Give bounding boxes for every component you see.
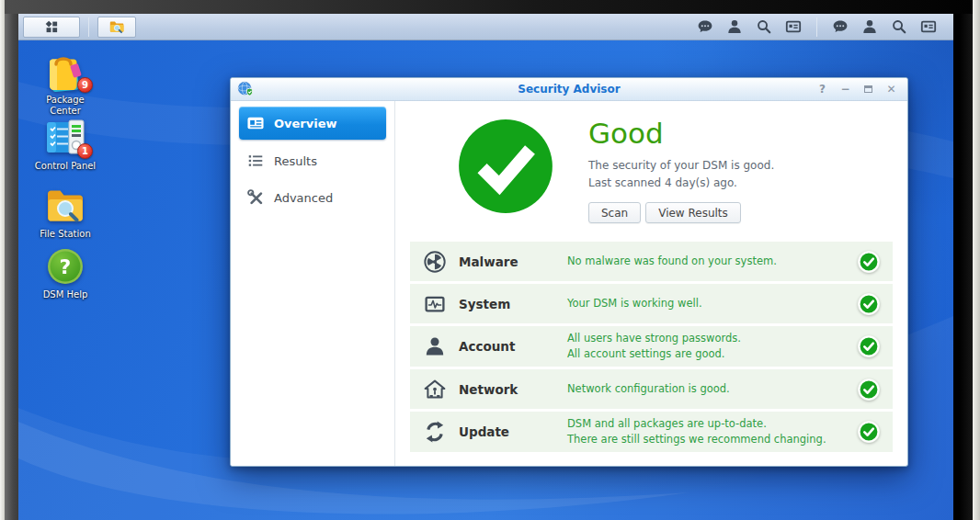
sidebar-item-results[interactable]: Results [239,145,386,176]
monitor-bezel-right [953,0,973,520]
pilot-view-icon[interactable] [920,18,937,35]
window-title: Security Advisor [231,83,907,96]
main-menu-button[interactable] [23,17,80,38]
desktop-icon-file-station[interactable]: File Station [29,186,101,240]
category-row-update: Update DSM and all packages are up-to-da… [410,412,893,452]
desktop-icon-dsm-help[interactable]: ? DSM Help [29,246,101,300]
results-icon [246,152,265,170]
screen: 9 Package Center [18,14,953,520]
monitor-edge-right [973,0,980,520]
search-icon[interactable] [891,18,907,35]
monitor-edge-left [0,0,5,520]
status-ok-icon [858,379,880,401]
notification-badge: 1 [77,143,93,159]
sidebar-item-label: Advanced [274,191,333,205]
account-icon [423,334,447,358]
big-check-icon [457,118,554,215]
category-label: Account [459,339,567,354]
status-ok-icon [858,421,880,443]
minimize-button[interactable]: − [838,83,852,96]
system-icon [423,292,447,316]
malware-icon [423,250,447,274]
category-status: DSM and all packages are up-to-date. The… [567,416,858,447]
file-browser-button[interactable] [97,17,136,38]
sidebar-item-overview[interactable]: Overview [239,107,386,140]
taskbar [18,14,953,40]
category-status: No malware was found on your system. [567,254,858,269]
security-verdict: Good [588,119,774,148]
user-icon[interactable] [861,18,878,35]
svg-text:?: ? [60,255,72,278]
view-results-button[interactable]: View Results [645,202,741,223]
advanced-icon [246,188,265,207]
category-label: Update [459,424,567,439]
taskbar-divider [816,17,817,37]
desktop-icon-package-center[interactable]: 9 Package Center [29,51,101,117]
main-menu-icon [43,18,60,35]
pilot-view-icon[interactable] [785,18,802,35]
security-advisor-window: Security Advisor ? − ✕ [230,77,908,467]
sidebar-item-label: Overview [274,117,337,130]
close-button[interactable]: ✕ [884,83,898,96]
category-row-account: Account All users have strong passwords.… [410,326,893,367]
security-description: The security of your DSM is good. [588,157,774,175]
update-icon [423,420,447,444]
overview-icon [246,114,265,132]
chat-icon[interactable] [832,18,849,35]
network-icon [423,378,447,401]
sidebar: Overview Results [231,101,395,466]
status-ok-icon [858,293,880,315]
desktop-icon-control-panel[interactable]: 1 Control Panel [29,118,101,172]
desktop: 9 Package Center [18,40,953,520]
chat-icon[interactable] [697,18,713,35]
category-status: Your DSM is working well. [567,296,858,311]
maximize-icon [864,85,872,93]
desktop-icon-label: Package Center [29,95,101,117]
user-icon[interactable] [726,18,743,35]
sidebar-item-label: Results [274,154,317,168]
monitor-frame: 9 Package Center [0,0,980,520]
desktop-icon-label: DSM Help [43,289,88,300]
taskbar-divider [88,17,89,37]
category-row-network: Network Network configuration is good. [410,369,893,409]
category-list: Malware No malware was found on your sys… [410,242,893,452]
file-browser-icon [108,18,125,35]
status-ok-icon [858,251,880,273]
maximize-button[interactable] [861,83,875,96]
search-icon[interactable] [756,18,772,35]
last-scanned-text: Last scanned 4 day(s) ago. [588,175,774,192]
security-advisor-app-icon [237,81,254,97]
file-station-icon [44,186,86,226]
category-row-malware: Malware No malware was found on your sys… [410,242,893,281]
scan-button[interactable]: Scan [588,202,641,223]
category-label: System [459,297,567,311]
desktop-icon-label: Control Panel [35,161,96,172]
dsm-help-icon: ? [44,246,86,287]
status-ok-icon [858,335,880,357]
category-row-system: System Your DSM is working well. [410,284,893,323]
category-label: Malware [459,254,567,269]
window-titlebar[interactable]: Security Advisor ? − ✕ [231,78,907,101]
desktop-icon-label: File Station [40,229,90,240]
notification-badge: 9 [77,77,93,93]
category-label: Network [459,382,567,397]
help-button[interactable]: ? [815,83,829,96]
monitor-bezel-top [5,0,973,14]
window-controls: ? − ✕ [815,83,907,96]
window-body: Overview Results [231,101,907,466]
category-status: All users have strong passwords. All acc… [567,331,858,362]
overview-panel: Good The security of your DSM is good. L… [395,101,907,466]
category-status: Network configuration is good. [567,381,858,397]
security-summary: Good The security of your DSM is good. L… [410,118,893,223]
taskbar-tray [697,17,937,37]
monitor-bezel-left [5,0,18,520]
sidebar-item-advanced[interactable]: Advanced [239,182,386,213]
